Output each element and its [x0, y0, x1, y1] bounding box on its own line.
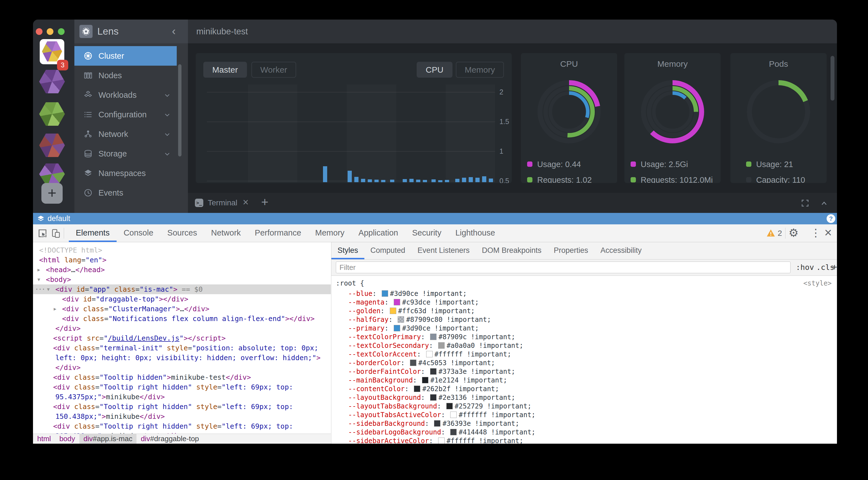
sidebar-item-workloads[interactable]: Workloads: [74, 85, 177, 105]
metric-tab-cpu[interactable]: CPU: [417, 62, 452, 78]
devtools-tab-security[interactable]: Security: [405, 225, 448, 242]
terminal-collapse-icon[interactable]: [820, 200, 828, 208]
devtools-tab-lighthouse[interactable]: Lighthouse: [448, 225, 502, 242]
twisty-icon[interactable]: ▶: [54, 304, 57, 314]
color-swatch[interactable]: [394, 325, 400, 331]
styles-tab-styles[interactable]: Styles: [331, 242, 364, 259]
devtools-tab-performance[interactable]: Performance: [248, 225, 308, 242]
breadcrumb-item[interactable]: div#app.is-mac: [80, 434, 137, 444]
twisty-icon[interactable]: ▼: [37, 275, 40, 284]
elements-tree-node[interactable]: <div class="Tooltip right hidden" style=…: [33, 421, 331, 431]
gear-icon[interactable]: ⚙: [788, 225, 799, 241]
elements-tree-node[interactable]: left: 0px; height: 0px; visibility: hidd…: [33, 353, 331, 363]
sidebar-item-namespaces[interactable]: Namespaces: [74, 164, 177, 183]
elements-tree-node[interactable]: ▼<body>: [33, 275, 331, 284]
dashboard-scrollbar[interactable]: [831, 56, 834, 101]
elements-tree-node[interactable]: 95.4375px;">minikube</div>: [33, 392, 331, 402]
sidebar-item-network[interactable]: Network: [74, 124, 177, 144]
devtools-tab-network[interactable]: Network: [204, 225, 248, 242]
elements-tree-node[interactable]: ▶<head>…</head>: [33, 265, 331, 275]
sidebar-collapse-icon[interactable]: ‹: [172, 25, 176, 37]
kebab-menu-icon[interactable]: ⋮: [810, 225, 821, 241]
terminal-tab[interactable]: Terminal: [208, 193, 238, 213]
color-swatch[interactable]: [446, 403, 453, 409]
color-swatch[interactable]: [382, 290, 388, 297]
terminal-expand-icon[interactable]: [801, 199, 809, 208]
sidebar-item-events[interactable]: Events: [74, 183, 177, 203]
new-style-rule-button[interactable]: +: [832, 260, 837, 275]
macos-close-button[interactable]: [36, 28, 42, 35]
breadcrumb-item[interactable]: div#draggable-top: [136, 434, 203, 444]
color-swatch[interactable]: [426, 351, 433, 357]
elements-tree-node[interactable]: <div class="Tooltip right hidden" style=…: [33, 402, 331, 412]
macos-minimize-button[interactable]: [47, 28, 54, 35]
devtools-tab-memory[interactable]: Memory: [308, 225, 351, 242]
elements-tree-node[interactable]: 205.438px;">minikube-test</div>: [33, 431, 331, 434]
elements-tree-node[interactable]: <div class="terminal-init" style="positi…: [33, 343, 331, 353]
styles-tab-computed[interactable]: Computed: [364, 242, 412, 259]
macos-maximize-button[interactable]: [58, 28, 65, 35]
add-cluster-button[interactable]: +: [41, 183, 63, 204]
warning-icon[interactable]: [766, 229, 775, 239]
styles-tab-properties[interactable]: Properties: [548, 242, 594, 259]
color-swatch[interactable]: [398, 316, 404, 323]
devtools-tab-application[interactable]: Application: [351, 225, 405, 242]
breadcrumb-item[interactable]: body: [55, 434, 79, 444]
sidebar-scrollbar[interactable]: [178, 64, 182, 157]
breadcrumb-item[interactable]: html: [33, 434, 55, 444]
toggle-hover-state-button[interactable]: :hov: [796, 260, 814, 275]
cluster-icon-3[interactable]: [39, 102, 65, 126]
inspect-element-icon[interactable]: [37, 228, 48, 239]
styles-tab-accessibility[interactable]: Accessibility: [594, 242, 648, 259]
color-swatch[interactable]: [430, 368, 436, 375]
terminal-close-icon[interactable]: ×: [243, 193, 249, 212]
elements-tree-node[interactable]: <script src="/build/LensDev.js"></script…: [33, 333, 331, 343]
sidebar-item-nodes[interactable]: Nodes: [74, 66, 177, 85]
color-swatch[interactable]: [422, 377, 428, 383]
node-tab-worker[interactable]: Worker: [251, 62, 296, 78]
styles-tab-event-listeners[interactable]: Event Listeners: [411, 242, 476, 259]
sidebar-item-cluster[interactable]: Cluster: [74, 46, 177, 66]
elements-tree-node[interactable]: ···▼<div id="app" class="is-mac"> == $0: [33, 284, 331, 294]
color-swatch[interactable]: [410, 359, 416, 366]
color-swatch[interactable]: [438, 438, 445, 444]
elements-tree-node[interactable]: <div class="Notifications flex column al…: [33, 314, 331, 323]
elements-tree-node[interactable]: <div class="Tooltip hidden">minikube-tes…: [33, 372, 331, 382]
terminal-add-icon[interactable]: +: [261, 193, 269, 211]
color-swatch[interactable]: [394, 299, 400, 305]
metric-tab-memory[interactable]: Memory: [456, 62, 504, 78]
color-swatch[interactable]: [390, 308, 396, 314]
node-tab-master[interactable]: Master: [203, 62, 247, 78]
color-swatch[interactable]: [450, 412, 457, 418]
sidebar-item-configuration[interactable]: Configuration: [74, 105, 177, 124]
elements-tree-node[interactable]: <html lang="en">: [33, 255, 331, 265]
cluster-icon-4[interactable]: [39, 134, 65, 157]
css-rule-selector[interactable]: :root {: [336, 279, 364, 288]
device-toolbar-icon[interactable]: [51, 228, 61, 239]
devtools-tab-sources[interactable]: Sources: [160, 225, 204, 242]
twisty-icon[interactable]: ▼: [47, 284, 50, 294]
color-swatch[interactable]: [430, 334, 436, 340]
styles-filter-input[interactable]: [336, 262, 790, 273]
color-swatch[interactable]: [438, 342, 445, 349]
styles-tab-dom-breakpoints[interactable]: DOM Breakpoints: [476, 242, 548, 259]
devtools-close-icon[interactable]: ×: [825, 225, 832, 241]
elements-tree-node[interactable]: <div id="draggable-top"></div>: [33, 294, 331, 304]
color-swatch[interactable]: [414, 385, 420, 392]
devtools-tab-elements[interactable]: Elements: [69, 225, 117, 242]
devtools-tab-console[interactable]: Console: [117, 225, 160, 242]
elements-tree-node[interactable]: 150.438px;">minikube</div>: [33, 412, 331, 421]
sidebar-item-storage[interactable]: Storage: [74, 144, 177, 164]
elements-tree-node[interactable]: </div>: [33, 323, 331, 333]
color-swatch[interactable]: [450, 429, 457, 435]
help-button[interactable]: ?: [827, 214, 835, 223]
color-swatch[interactable]: [434, 420, 440, 426]
cluster-icon-5[interactable]: [39, 164, 65, 185]
elements-tree-node[interactable]: </div>: [33, 363, 331, 372]
elements-tree-node[interactable]: <div class="Tooltip right hidden" style=…: [33, 382, 331, 392]
color-swatch[interactable]: [430, 394, 436, 401]
twisty-icon[interactable]: ▶: [37, 265, 40, 275]
elements-tree-node[interactable]: ▶<div class="ClusterManager">…</div>: [33, 304, 331, 314]
elements-tree-node[interactable]: <!DOCTYPE html>: [33, 245, 331, 255]
cluster-icon-2[interactable]: [39, 70, 65, 93]
